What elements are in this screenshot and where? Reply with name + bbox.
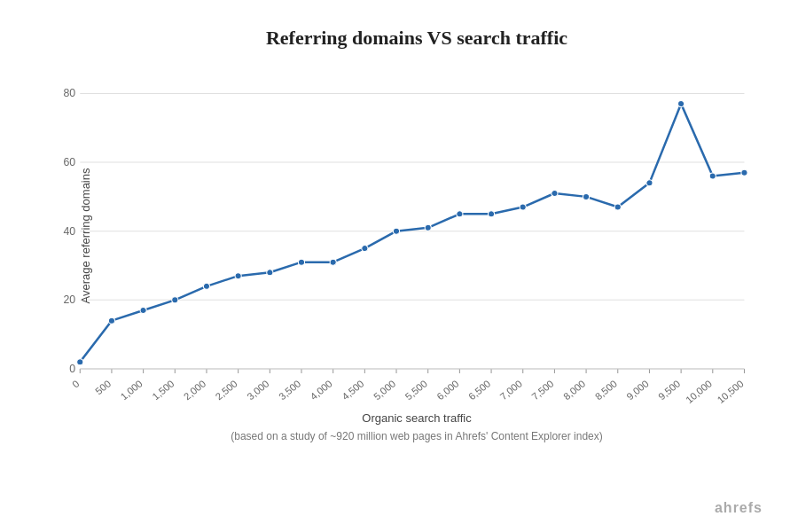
- svg-point-57: [140, 308, 146, 314]
- svg-point-63: [330, 259, 336, 265]
- svg-point-61: [267, 270, 273, 276]
- y-axis-label: Average referring domains: [79, 168, 92, 304]
- svg-point-70: [552, 191, 558, 197]
- svg-text:80: 80: [63, 88, 75, 100]
- svg-point-67: [457, 211, 463, 217]
- svg-point-72: [614, 204, 621, 210]
- svg-text:2,500: 2,500: [214, 378, 239, 402]
- svg-text:4,500: 4,500: [340, 378, 365, 402]
- svg-point-62: [298, 259, 304, 265]
- svg-point-65: [393, 228, 399, 234]
- svg-text:10,500: 10,500: [716, 378, 746, 405]
- svg-text:7,000: 7,000: [498, 378, 524, 402]
- svg-text:8,500: 8,500: [593, 378, 619, 402]
- svg-text:9,500: 9,500: [656, 378, 682, 402]
- svg-text:10,000: 10,000: [684, 378, 714, 405]
- svg-point-64: [362, 246, 368, 252]
- svg-point-60: [235, 273, 241, 279]
- svg-text:40: 40: [63, 225, 75, 238]
- svg-point-71: [583, 193, 589, 200]
- svg-text:5,000: 5,000: [372, 378, 397, 402]
- svg-point-56: [108, 317, 114, 324]
- svg-point-55: [77, 359, 83, 365]
- svg-point-68: [488, 211, 494, 217]
- svg-text:0: 0: [69, 363, 75, 375]
- svg-point-74: [678, 101, 685, 107]
- svg-text:1,000: 1,000: [119, 378, 145, 402]
- svg-point-73: [646, 180, 653, 186]
- chart-title: Referring domains VS search traffic: [71, 27, 763, 50]
- x-axis-label: Organic search traffic: [71, 411, 763, 425]
- svg-text:7,500: 7,500: [529, 378, 555, 402]
- svg-text:500: 500: [93, 378, 113, 396]
- footer-note: (based on a study of ~920 million web pa…: [71, 430, 763, 442]
- svg-point-75: [709, 173, 716, 179]
- svg-point-58: [172, 297, 178, 303]
- svg-text:1,500: 1,500: [150, 378, 176, 402]
- svg-text:5,500: 5,500: [403, 378, 429, 402]
- svg-text:20: 20: [63, 293, 75, 306]
- svg-point-66: [425, 224, 431, 231]
- svg-text:6,500: 6,500: [466, 378, 492, 402]
- svg-text:8,000: 8,000: [561, 378, 587, 402]
- ahrefs-logo: ahrefs: [715, 500, 763, 516]
- svg-text:60: 60: [63, 156, 75, 168]
- svg-point-69: [520, 204, 526, 210]
- svg-text:0: 0: [70, 378, 82, 389]
- chart-container: Referring domains VS search traffic Aver…: [0, 0, 798, 532]
- svg-text:3,500: 3,500: [277, 378, 302, 402]
- svg-text:6,000: 6,000: [434, 378, 460, 402]
- svg-text:2,000: 2,000: [182, 378, 207, 402]
- chart-area: Average referring domains 02040608005001…: [71, 67, 763, 404]
- chart-svg: 02040608005001,0001,5002,0002,5003,0003,…: [71, 67, 763, 404]
- svg-text:3,000: 3,000: [245, 378, 270, 402]
- svg-text:9,000: 9,000: [624, 378, 650, 402]
- svg-point-59: [203, 283, 209, 289]
- svg-text:4,000: 4,000: [309, 378, 334, 402]
- svg-point-76: [741, 169, 747, 176]
